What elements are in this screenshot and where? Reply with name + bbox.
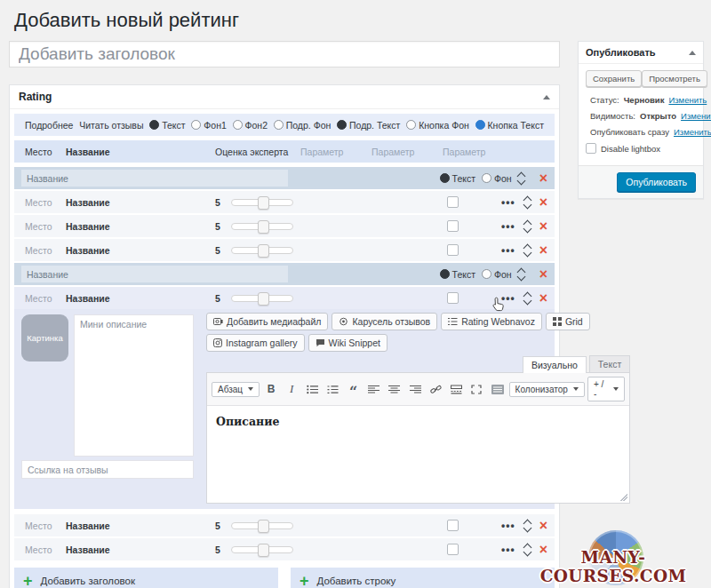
group-radio-bg[interactable]: Фон — [482, 173, 512, 184]
add-header-button[interactable]: + Добавить заголовок — [14, 568, 278, 588]
plus-minus-select[interactable]: + / - — [587, 377, 625, 401]
instagram-gallery-button[interactable]: Instagram gallery — [206, 334, 305, 352]
delete-group-button[interactable]: × — [539, 171, 547, 186]
place-input[interactable] — [25, 520, 66, 531]
delete-row-button[interactable]: × — [539, 519, 547, 533]
edit-visibility-link[interactable]: Изменить — [681, 111, 711, 121]
align-center-button[interactable] — [386, 381, 403, 398]
edit-schedule-link[interactable]: Изменить — [674, 127, 711, 137]
score-slider[interactable] — [231, 546, 293, 553]
move-row-control[interactable] — [524, 520, 531, 531]
link-button[interactable] — [427, 381, 444, 398]
slider-handle[interactable] — [258, 544, 269, 557]
score-slider[interactable] — [231, 199, 293, 206]
group-radio-bg[interactable]: Фон — [482, 269, 512, 280]
move-row-control[interactable] — [524, 245, 531, 256]
place-input[interactable] — [25, 221, 66, 232]
fullscreen-button[interactable] — [467, 381, 485, 398]
paragraph-format-select[interactable]: Абзац — [212, 382, 260, 397]
radio-button-bg[interactable]: Кнопка Фон — [406, 120, 469, 131]
add-media-button[interactable]: Добавить медиафайл — [206, 313, 328, 330]
delete-row-button[interactable]: × — [539, 243, 547, 258]
slider-handle[interactable] — [258, 220, 269, 234]
row-checkbox[interactable] — [447, 292, 459, 304]
place-input[interactable] — [25, 197, 66, 208]
post-title-input[interactable] — [9, 41, 560, 68]
row-options-dots[interactable]: ••• — [501, 220, 515, 233]
move-group-control[interactable] — [518, 173, 524, 184]
grid-button[interactable]: Grid — [546, 313, 590, 330]
row-checkbox[interactable] — [447, 220, 459, 232]
slider-handle[interactable] — [258, 196, 269, 210]
mini-description-textarea[interactable] — [74, 314, 194, 457]
name-input[interactable] — [66, 544, 215, 555]
rating-webnavoz-button[interactable]: Rating Webnavoz — [441, 313, 542, 330]
name-input[interactable] — [66, 221, 215, 232]
add-row-button[interactable]: + Добавить строку — [291, 568, 555, 588]
align-left-button[interactable] — [365, 381, 383, 398]
delete-group-button[interactable]: × — [539, 267, 547, 282]
radio-detail-bg[interactable]: Подр. Фон — [274, 120, 332, 131]
row-checkbox[interactable] — [447, 196, 459, 208]
preview-button[interactable]: Просмотреть — [642, 70, 707, 87]
score-slider[interactable] — [231, 522, 293, 529]
move-group-control[interactable] — [518, 269, 524, 280]
group-radio-text[interactable]: Текст — [440, 269, 475, 280]
reviews-link-input[interactable] — [21, 460, 194, 479]
row-options-dots[interactable]: ••• — [501, 520, 515, 532]
group-name-input[interactable] — [21, 170, 288, 187]
radio-bg2[interactable]: Фон2 — [233, 120, 268, 131]
row-checkbox[interactable] — [447, 244, 459, 256]
place-input[interactable] — [25, 245, 66, 256]
place-input[interactable] — [25, 293, 66, 304]
delete-row-button[interactable]: × — [539, 195, 547, 210]
row-options-dots[interactable]: ••• — [501, 244, 515, 257]
score-slider[interactable] — [231, 223, 293, 230]
row-options-dots[interactable]: ••• — [501, 196, 515, 209]
editor-content[interactable]: Описание — [207, 406, 629, 503]
score-slider[interactable] — [231, 295, 293, 302]
read-more-button[interactable] — [447, 381, 465, 398]
edit-status-link[interactable]: Изменить — [668, 95, 707, 105]
move-row-control[interactable] — [524, 197, 531, 208]
radio-bg1[interactable]: Фон1 — [191, 120, 226, 131]
slider-handle[interactable] — [258, 292, 269, 306]
resize-handle[interactable] — [619, 493, 627, 501]
radio-button-text[interactable]: Кнопка Текст — [475, 120, 544, 131]
name-input[interactable] — [66, 245, 215, 256]
align-right-button[interactable] — [406, 381, 424, 398]
colonizator-select[interactable]: Колонизатор — [509, 382, 585, 397]
rating-metabox-header[interactable]: Rating — [10, 85, 559, 109]
move-row-control[interactable] — [524, 221, 531, 232]
blockquote-button[interactable]: “ — [345, 381, 363, 398]
delete-row-button[interactable]: × — [539, 219, 547, 234]
toolbar-toggle-button[interactable] — [488, 381, 506, 398]
row-options-dots[interactable]: ••• — [501, 544, 515, 556]
slider-handle[interactable] — [258, 520, 269, 533]
place-input[interactable] — [25, 544, 66, 555]
row-checkbox[interactable] — [447, 544, 459, 555]
group-name-input[interactable] — [21, 266, 288, 282]
group-radio-text[interactable]: Текст — [440, 173, 475, 184]
slider-handle[interactable] — [258, 244, 269, 258]
reviews-carousel-button[interactable]: Карусель отзывов — [332, 313, 437, 330]
image-upload-placeholder[interactable]: Картинка — [21, 314, 68, 362]
radio-text[interactable]: Текст — [149, 120, 185, 131]
tab-visual[interactable]: Визуально — [523, 356, 587, 373]
name-input[interactable] — [66, 197, 215, 208]
row-checkbox[interactable] — [447, 520, 459, 531]
tab-text[interactable]: Текст — [589, 355, 630, 372]
move-row-control[interactable] — [524, 293, 531, 304]
bullet-list-button[interactable] — [303, 381, 321, 398]
disable-lightbox-option[interactable]: Disable lightbox — [586, 143, 696, 154]
bold-button[interactable]: B — [262, 381, 280, 398]
delete-row-button[interactable]: × — [539, 291, 547, 306]
publish-button[interactable]: Опубликовать — [617, 172, 696, 192]
name-input[interactable] — [66, 520, 215, 531]
numbered-list-button[interactable] — [324, 381, 341, 398]
name-input[interactable] — [66, 293, 215, 304]
score-slider[interactable] — [231, 247, 293, 254]
publish-panel-header[interactable]: Опубликовать — [579, 42, 703, 64]
italic-button[interactable]: I — [283, 381, 300, 398]
radio-detail-text[interactable]: Подр. Текст — [337, 120, 400, 131]
